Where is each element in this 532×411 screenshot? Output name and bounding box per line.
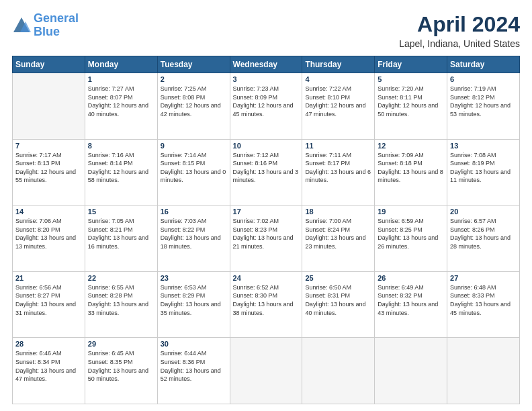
calendar-week-row: 1Sunrise: 7:27 AMSunset: 8:07 PMDaylight… <box>13 73 520 140</box>
day-number: 4 <box>305 75 371 83</box>
calendar-day-header: Tuesday <box>157 56 230 73</box>
day-info: Sunrise: 6:46 AMSunset: 8:34 PMDaylight:… <box>15 349 82 383</box>
calendar-cell: 18Sunrise: 7:00 AMSunset: 8:24 PMDayligh… <box>302 205 375 272</box>
day-info: Sunrise: 7:05 AMSunset: 8:21 PMDaylight:… <box>88 217 154 250</box>
calendar-cell: 14Sunrise: 7:06 AMSunset: 8:20 PMDayligh… <box>13 205 85 272</box>
calendar-cell: 3Sunrise: 7:23 AMSunset: 8:09 PMDaylight… <box>230 73 302 140</box>
day-number: 27 <box>450 274 517 282</box>
day-info: Sunrise: 7:19 AMSunset: 8:12 PMDaylight:… <box>450 85 517 118</box>
calendar-cell: 13Sunrise: 7:08 AMSunset: 8:19 PMDayligh… <box>447 139 520 205</box>
day-info: Sunrise: 7:14 AMSunset: 8:15 PMDaylight:… <box>161 151 227 185</box>
calendar-day-header: Monday <box>85 56 157 73</box>
calendar-day-header: Wednesday <box>230 56 302 73</box>
calendar-cell: 5Sunrise: 7:20 AMSunset: 8:11 PMDaylight… <box>375 73 447 140</box>
day-info: Sunrise: 7:23 AMSunset: 8:09 PMDaylight:… <box>233 85 300 118</box>
calendar-day-header: Saturday <box>447 56 520 73</box>
calendar-cell: 27Sunrise: 6:48 AMSunset: 8:33 PMDayligh… <box>447 271 520 338</box>
day-info: Sunrise: 6:57 AMSunset: 8:26 PMDaylight:… <box>450 217 517 250</box>
day-number: 25 <box>305 274 371 282</box>
calendar-cell: 7Sunrise: 7:17 AMSunset: 8:13 PMDaylight… <box>13 139 85 205</box>
calendar-week-row: 28Sunrise: 6:46 AMSunset: 8:34 PMDayligh… <box>13 338 520 404</box>
calendar-cell <box>13 73 85 140</box>
day-number: 17 <box>233 208 300 216</box>
day-number: 9 <box>161 142 227 150</box>
calendar-cell: 19Sunrise: 6:59 AMSunset: 8:25 PMDayligh… <box>375 205 447 272</box>
day-number: 26 <box>378 274 444 282</box>
day-number: 10 <box>233 142 300 150</box>
calendar-cell <box>447 338 520 404</box>
day-info: Sunrise: 6:44 AMSunset: 8:36 PMDaylight:… <box>161 349 227 383</box>
day-number: 5 <box>378 75 444 83</box>
calendar-cell: 24Sunrise: 6:52 AMSunset: 8:30 PMDayligh… <box>230 271 302 338</box>
day-info: Sunrise: 7:25 AMSunset: 8:08 PMDaylight:… <box>161 85 227 118</box>
day-number: 30 <box>161 340 227 348</box>
day-info: Sunrise: 7:11 AMSunset: 8:17 PMDaylight:… <box>305 151 371 185</box>
day-number: 18 <box>305 208 371 216</box>
day-info: Sunrise: 7:22 AMSunset: 8:10 PMDaylight:… <box>305 85 371 118</box>
day-info: Sunrise: 7:27 AMSunset: 8:07 PMDaylight:… <box>88 85 154 118</box>
calendar-day-header: Thursday <box>302 56 375 73</box>
day-number: 6 <box>450 75 517 83</box>
calendar-cell <box>230 338 302 404</box>
calendar-table: SundayMondayTuesdayWednesdayThursdayFrid… <box>12 56 520 404</box>
calendar-cell: 16Sunrise: 7:03 AMSunset: 8:22 PMDayligh… <box>157 205 230 272</box>
title-block: April 2024 Lapel, Indiana, United States <box>399 12 520 49</box>
day-info: Sunrise: 6:45 AMSunset: 8:35 PMDaylight:… <box>88 349 154 383</box>
calendar-cell: 1Sunrise: 7:27 AMSunset: 8:07 PMDaylight… <box>85 73 157 140</box>
calendar-header-row: SundayMondayTuesdayWednesdayThursdayFrid… <box>13 56 520 73</box>
day-number: 1 <box>88 75 154 83</box>
logo: General Blue <box>12 12 79 39</box>
calendar-cell <box>375 338 447 404</box>
day-info: Sunrise: 6:52 AMSunset: 8:30 PMDaylight:… <box>233 283 300 317</box>
day-info: Sunrise: 7:16 AMSunset: 8:14 PMDaylight:… <box>88 151 154 185</box>
calendar-cell: 15Sunrise: 7:05 AMSunset: 8:21 PMDayligh… <box>85 205 157 272</box>
day-info: Sunrise: 7:17 AMSunset: 8:13 PMDaylight:… <box>15 151 82 185</box>
calendar-cell: 8Sunrise: 7:16 AMSunset: 8:14 PMDaylight… <box>85 139 157 205</box>
day-number: 12 <box>378 142 444 150</box>
calendar-cell: 23Sunrise: 6:53 AMSunset: 8:29 PMDayligh… <box>157 271 230 338</box>
day-number: 15 <box>88 208 154 216</box>
subtitle: Lapel, Indiana, United States <box>399 38 520 49</box>
day-number: 24 <box>233 274 300 282</box>
calendar-cell: 22Sunrise: 6:55 AMSunset: 8:28 PMDayligh… <box>85 271 157 338</box>
day-number: 19 <box>378 208 444 216</box>
day-number: 7 <box>15 142 82 150</box>
logo-icon <box>12 16 31 35</box>
day-number: 21 <box>15 274 82 282</box>
day-info: Sunrise: 7:20 AMSunset: 8:11 PMDaylight:… <box>378 85 444 118</box>
day-number: 16 <box>161 208 227 216</box>
page: General Blue April 2024 Lapel, Indiana, … <box>0 0 532 411</box>
calendar-cell: 21Sunrise: 6:56 AMSunset: 8:27 PMDayligh… <box>13 271 85 338</box>
calendar-week-row: 14Sunrise: 7:06 AMSunset: 8:20 PMDayligh… <box>13 205 520 272</box>
calendar-cell: 26Sunrise: 6:49 AMSunset: 8:32 PMDayligh… <box>375 271 447 338</box>
day-info: Sunrise: 6:56 AMSunset: 8:27 PMDaylight:… <box>15 283 82 317</box>
day-info: Sunrise: 6:59 AMSunset: 8:25 PMDaylight:… <box>378 217 444 250</box>
calendar-cell: 30Sunrise: 6:44 AMSunset: 8:36 PMDayligh… <box>157 338 230 404</box>
calendar-week-row: 7Sunrise: 7:17 AMSunset: 8:13 PMDaylight… <box>13 139 520 205</box>
day-info: Sunrise: 6:50 AMSunset: 8:31 PMDaylight:… <box>305 283 371 317</box>
calendar-cell: 17Sunrise: 7:02 AMSunset: 8:23 PMDayligh… <box>230 205 302 272</box>
calendar-cell: 20Sunrise: 6:57 AMSunset: 8:26 PMDayligh… <box>447 205 520 272</box>
calendar-cell: 11Sunrise: 7:11 AMSunset: 8:17 PMDayligh… <box>302 139 375 205</box>
day-number: 29 <box>88 340 154 348</box>
day-info: Sunrise: 6:55 AMSunset: 8:28 PMDaylight:… <box>88 283 154 317</box>
day-number: 23 <box>161 274 227 282</box>
day-number: 22 <box>88 274 154 282</box>
day-number: 20 <box>450 208 517 216</box>
main-title: April 2024 <box>399 12 520 37</box>
day-info: Sunrise: 7:12 AMSunset: 8:16 PMDaylight:… <box>233 151 300 185</box>
calendar-body: 1Sunrise: 7:27 AMSunset: 8:07 PMDaylight… <box>13 73 520 404</box>
day-info: Sunrise: 7:08 AMSunset: 8:19 PMDaylight:… <box>450 151 517 185</box>
calendar-cell: 4Sunrise: 7:22 AMSunset: 8:10 PMDaylight… <box>302 73 375 140</box>
calendar-day-header: Sunday <box>13 56 85 73</box>
day-info: Sunrise: 7:03 AMSunset: 8:22 PMDaylight:… <box>161 217 227 250</box>
logo-text: General Blue <box>34 12 79 39</box>
day-info: Sunrise: 7:09 AMSunset: 8:18 PMDaylight:… <box>378 151 444 185</box>
day-number: 28 <box>15 340 82 348</box>
day-info: Sunrise: 7:06 AMSunset: 8:20 PMDaylight:… <box>15 217 82 250</box>
calendar-cell: 12Sunrise: 7:09 AMSunset: 8:18 PMDayligh… <box>375 139 447 205</box>
calendar-cell: 10Sunrise: 7:12 AMSunset: 8:16 PMDayligh… <box>230 139 302 205</box>
calendar-day-header: Friday <box>375 56 447 73</box>
calendar-cell: 28Sunrise: 6:46 AMSunset: 8:34 PMDayligh… <box>13 338 85 404</box>
day-number: 11 <box>305 142 371 150</box>
